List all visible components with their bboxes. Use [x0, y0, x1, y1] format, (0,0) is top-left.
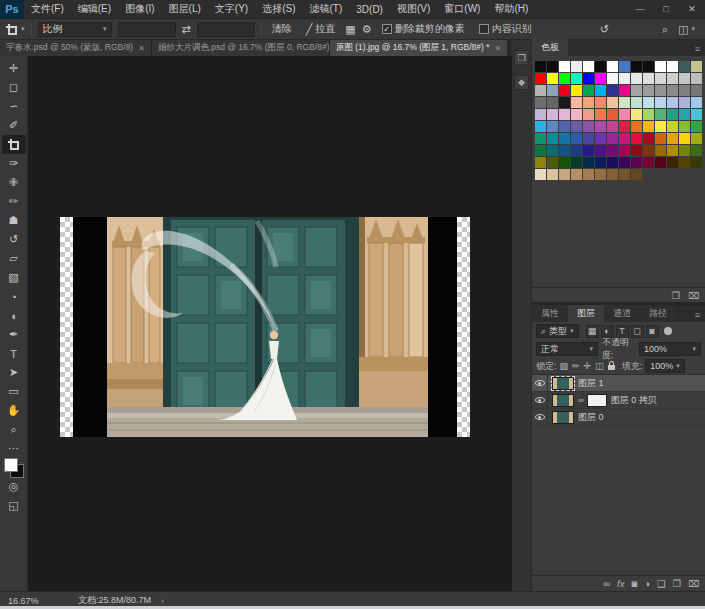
color-swatch[interactable]: [595, 109, 606, 120]
lock-transparency-icon[interactable]: ▨: [560, 361, 569, 371]
color-swatch[interactable]: [595, 169, 606, 180]
color-swatch[interactable]: [547, 121, 558, 132]
lasso-tool[interactable]: ∽: [2, 97, 26, 116]
color-swatch[interactable]: [571, 133, 582, 144]
new-layer-icon[interactable]: ❐: [673, 578, 682, 589]
color-swatch[interactable]: [559, 133, 570, 144]
eraser-tool[interactable]: ▱: [2, 249, 26, 268]
crop-width-input[interactable]: [118, 22, 176, 37]
color-swatch[interactable]: [571, 145, 582, 156]
collapsed-panel-icon-2[interactable]: ❖: [514, 75, 529, 90]
color-swatch[interactable]: [607, 169, 618, 180]
color-swatch[interactable]: [559, 169, 570, 180]
color-swatch[interactable]: [559, 121, 570, 132]
menu-item-4[interactable]: 文字(Y): [208, 0, 255, 19]
dodge-tool[interactable]: ◖: [2, 306, 26, 325]
color-swatch[interactable]: [643, 97, 654, 108]
spot-healing-tool[interactable]: ✙: [2, 173, 26, 192]
blend-mode-select[interactable]: 正常 ▾: [536, 342, 598, 356]
panel-menu-icon[interactable]: ≡: [690, 42, 705, 56]
color-swatch[interactable]: [583, 73, 594, 84]
color-swatch[interactable]: [583, 169, 594, 180]
color-swatch[interactable]: [583, 109, 594, 120]
color-swatch[interactable]: [655, 145, 666, 156]
color-swatch[interactable]: [619, 157, 630, 168]
color-swatch[interactable]: [655, 109, 666, 120]
color-swatch[interactable]: [535, 61, 546, 72]
quick-selection-tool[interactable]: ✐: [2, 116, 26, 135]
color-swatch[interactable]: [583, 85, 594, 96]
clone-stamp-tool[interactable]: ☗: [2, 211, 26, 230]
color-swatch[interactable]: [691, 145, 702, 156]
visibility-toggle[interactable]: [532, 409, 548, 426]
hand-tool[interactable]: ✋: [2, 401, 26, 420]
color-swatch[interactable]: [643, 109, 654, 120]
color-swatch[interactable]: [595, 85, 606, 96]
color-swatch[interactable]: [667, 97, 678, 108]
color-swatch[interactable]: [691, 97, 702, 108]
color-swatch[interactable]: [535, 97, 546, 108]
color-swatch[interactable]: [655, 73, 666, 84]
status-chevron-icon[interactable]: ›: [161, 596, 164, 606]
color-swatch[interactable]: [619, 85, 630, 96]
collapsed-panel-icon-1[interactable]: ❒: [514, 50, 529, 65]
color-swatch[interactable]: [547, 169, 558, 180]
color-swatch[interactable]: [607, 109, 618, 120]
menu-item-7[interactable]: 3D(D): [349, 0, 390, 19]
color-swatch[interactable]: [535, 169, 546, 180]
color-swatch[interactable]: [631, 73, 642, 84]
color-swatch[interactable]: [667, 73, 678, 84]
menu-item-3[interactable]: 图层(L): [162, 0, 208, 19]
color-swatch[interactable]: [619, 97, 630, 108]
color-swatch[interactable]: [655, 61, 666, 72]
color-swatch[interactable]: [619, 61, 630, 72]
tab-图层[interactable]: 图层: [568, 305, 604, 322]
color-swatch[interactable]: [619, 109, 630, 120]
lock-artboard-icon[interactable]: ◫: [595, 361, 604, 371]
layer-row-2[interactable]: 图层 0: [532, 409, 705, 426]
color-swatch[interactable]: [547, 145, 558, 156]
zoom-tool[interactable]: ⌕: [2, 420, 26, 439]
menu-item-9[interactable]: 窗口(W): [437, 0, 487, 19]
color-swatch[interactable]: [559, 85, 570, 96]
menu-item-0[interactable]: 文件(F): [24, 0, 71, 19]
eyedropper-tool[interactable]: ✑: [2, 154, 26, 173]
color-swatch[interactable]: [691, 109, 702, 120]
color-swatch[interactable]: [643, 157, 654, 168]
visibility-toggle[interactable]: [532, 375, 548, 392]
maximize-icon[interactable]: □: [653, 0, 679, 19]
crop-tool[interactable]: [2, 135, 26, 154]
layer-thumbnail[interactable]: [552, 377, 574, 390]
foreground-background-swatches[interactable]: [2, 458, 26, 477]
color-swatch[interactable]: [655, 85, 666, 96]
color-swatch[interactable]: [583, 61, 594, 72]
color-swatch[interactable]: [619, 169, 630, 180]
color-swatch[interactable]: [595, 97, 606, 108]
color-swatch[interactable]: [691, 121, 702, 132]
color-swatch[interactable]: [631, 169, 642, 180]
edit-toolbar-icon[interactable]: ⋯: [2, 439, 26, 458]
color-swatch[interactable]: [595, 145, 606, 156]
color-swatch[interactable]: [667, 121, 678, 132]
filter-type-select[interactable]: ⌕ 类型 ▾: [536, 324, 579, 338]
color-swatch[interactable]: [655, 97, 666, 108]
document-tab-1[interactable]: 婚纱大片调色.psd @ 16.7% (图层 0, RGB/8#) *✕: [152, 40, 330, 56]
color-swatch[interactable]: [631, 97, 642, 108]
color-swatch[interactable]: [691, 133, 702, 144]
color-swatch[interactable]: [571, 73, 582, 84]
color-swatch[interactable]: [559, 61, 570, 72]
layer-row-0[interactable]: 图层 1: [532, 375, 705, 392]
color-swatch[interactable]: [667, 157, 678, 168]
color-swatch[interactable]: [631, 121, 642, 132]
color-swatch[interactable]: [643, 73, 654, 84]
menu-item-1[interactable]: 编辑(E): [71, 0, 118, 19]
color-swatch[interactable]: [607, 73, 618, 84]
color-swatch[interactable]: [679, 61, 690, 72]
menu-item-8[interactable]: 视图(V): [390, 0, 437, 19]
ratio-select[interactable]: 比例 ▾: [38, 22, 112, 37]
color-swatch[interactable]: [691, 157, 702, 168]
color-swatch[interactable]: [655, 157, 666, 168]
color-swatch[interactable]: [559, 109, 570, 120]
color-swatch[interactable]: [547, 97, 558, 108]
color-swatch[interactable]: [655, 133, 666, 144]
